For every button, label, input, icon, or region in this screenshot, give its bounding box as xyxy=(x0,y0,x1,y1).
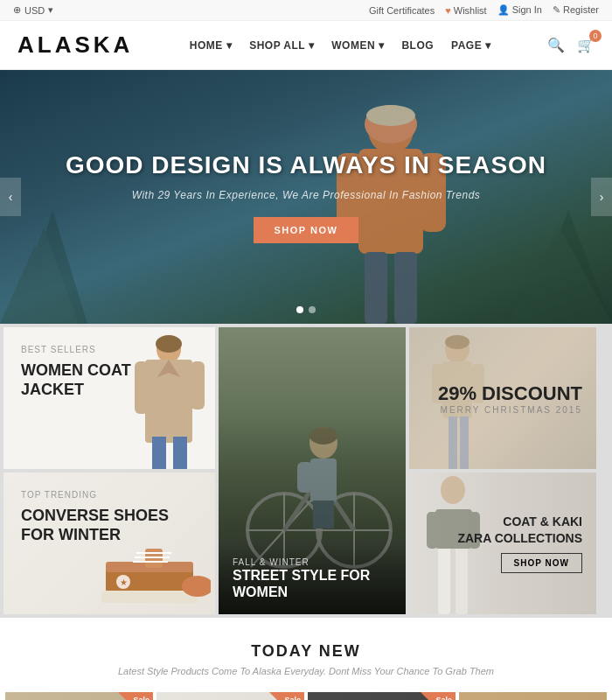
zara-text: COAT & KAKI ZARA COLLECTIONS SHOP NOW xyxy=(457,514,582,572)
globe-icon: ⊕ xyxy=(13,4,21,16)
hero-prev-button[interactable]: ‹ xyxy=(0,178,21,216)
svg-point-35 xyxy=(309,427,337,444)
today-new-title: TODAY NEW xyxy=(17,642,595,661)
hero-title: GOOD DESIGN IS ALWAYS IN SEASON xyxy=(66,150,546,180)
svg-text:★: ★ xyxy=(120,578,128,587)
svg-point-15 xyxy=(156,335,182,353)
discount-percent: 29% DISCOUNT xyxy=(438,382,582,405)
shoes-label: TOP TRENDING xyxy=(21,490,198,500)
center-title: STREET STYLE FOR WOMEN xyxy=(233,567,392,600)
svg-point-60 xyxy=(441,476,465,504)
header: ALASKA HOME ▾ SHOP ALL ▾ WOMEN ▾ BLOG PA… xyxy=(0,21,612,70)
site-logo[interactable]: ALASKA xyxy=(17,32,133,59)
discount-label: MERRY CHRISTMAS 2015 xyxy=(438,405,582,415)
svg-rect-44 xyxy=(460,416,469,469)
today-new-section: TODAY NEW Latest Style Products Come To … xyxy=(0,618,612,692)
svg-rect-12 xyxy=(365,252,387,324)
currency-selector[interactable]: ⊕ USD ▾ xyxy=(13,4,53,16)
hero-cta-button[interactable]: SHOP NOW xyxy=(254,217,359,243)
zara-shop-button[interactable]: SHOP NOW xyxy=(501,553,582,573)
hero-content: GOOD DESIGN IS ALWAYS IN SEASON With 29 … xyxy=(66,150,546,243)
cart-badge: 0 xyxy=(589,30,602,42)
nav-shop-all[interactable]: SHOP ALL ▾ xyxy=(249,39,314,52)
svg-rect-61 xyxy=(427,512,438,549)
svg-rect-39 xyxy=(313,500,323,528)
signin-link[interactable]: 👤 Sign In xyxy=(497,4,542,16)
grid-cell-zara[interactable]: COAT & KAKI ZARA COLLECTIONS SHOP NOW xyxy=(409,472,596,614)
svg-rect-13 xyxy=(394,252,417,324)
currency-label: USD xyxy=(24,5,45,16)
product-4-background xyxy=(459,692,607,700)
today-new-subtitle: Latest Style Products Come To Alaska Eve… xyxy=(17,666,595,676)
top-bar: ⊕ USD ▾ Gift Certificates ♥ Wishlist 👤 S… xyxy=(0,0,612,21)
sale-badge-3: Sale xyxy=(435,696,452,700)
sale-badge-2: Sale xyxy=(284,696,301,700)
center-sub: FALL & WINTER xyxy=(233,557,392,567)
hero-next-button[interactable]: › xyxy=(591,178,612,216)
coat-person-image xyxy=(119,333,215,469)
svg-rect-37 xyxy=(297,462,313,493)
grid-cell-coat[interactable]: BEST SELLERS WOMEN COAT & JACKET xyxy=(3,327,215,469)
pencil-icon: ✎ xyxy=(553,4,560,15)
hero-dot-1[interactable] xyxy=(296,306,303,313)
wishlist-link[interactable]: ♥ Wishlist xyxy=(445,5,486,16)
nav-page[interactable]: PAGE ▾ xyxy=(451,39,490,52)
top-bar-links: Gift Certificates ♥ Wishlist 👤 Sign In ✎… xyxy=(369,4,599,16)
hero-dot-2[interactable] xyxy=(309,306,316,313)
discount-text: 29% DISCOUNT MERRY CHRISTMAS 2015 xyxy=(438,382,582,415)
products-row: Sale Sale Sale xyxy=(0,692,612,700)
svg-rect-38 xyxy=(323,500,334,528)
svg-rect-17 xyxy=(152,437,166,469)
heart-icon: ♥ xyxy=(445,5,451,16)
main-nav: HOME ▾ SHOP ALL ▾ WOMEN ▾ BLOG PAGE ▾ xyxy=(190,39,491,52)
svg-rect-57 xyxy=(438,544,450,614)
hero-banner: GOOD DESIGN IS ALWAYS IN SEASON With 29 … xyxy=(0,70,612,324)
chevron-down-icon: ▾ xyxy=(48,4,53,16)
register-link[interactable]: ✎ Register xyxy=(553,4,599,16)
shoes-title: CONVERSE SHOES FOR WINTER xyxy=(21,507,198,544)
sale-badge-1: Sale xyxy=(133,696,150,700)
center-overlay: FALL & WINTER STREET STYLE FOR WOMEN xyxy=(219,543,406,614)
svg-rect-21 xyxy=(135,361,149,414)
grid-cell-shoes[interactable]: TOP TRENDING CONVERSE SHOES FOR WINTER ★ xyxy=(3,472,215,614)
gift-link[interactable]: Gift Certificates xyxy=(369,5,435,16)
nav-women[interactable]: WOMEN ▾ xyxy=(331,39,384,52)
svg-rect-18 xyxy=(173,437,187,469)
user-icon: 👤 xyxy=(497,4,510,15)
zara-title: COAT & KAKI ZARA COLLECTIONS xyxy=(457,514,582,545)
cart-wrapper[interactable]: 🛒 0 xyxy=(577,37,595,53)
product-card-1[interactable]: Sale xyxy=(5,692,153,700)
nav-blog[interactable]: BLOG xyxy=(401,39,434,52)
product-card-3[interactable]: Sale xyxy=(308,692,456,700)
product-card-4[interactable] xyxy=(459,692,607,700)
hero-dots xyxy=(296,306,316,313)
svg-rect-22 xyxy=(191,361,205,410)
svg-rect-49 xyxy=(101,591,198,603)
svg-point-41 xyxy=(445,335,469,349)
product-card-2[interactable]: Sale xyxy=(156,692,304,700)
grid-cell-discount[interactable]: 29% DISCOUNT MERRY CHRISTMAS 2015 xyxy=(409,327,596,469)
search-icon[interactable]: 🔍 xyxy=(547,37,565,53)
nav-home[interactable]: HOME ▾ xyxy=(190,39,232,52)
svg-rect-36 xyxy=(310,458,337,502)
hero-subtitle: With 29 Years In Experience, We Are Prof… xyxy=(66,189,546,201)
product-grid: BEST SELLERS WOMEN COAT & JACKET xyxy=(0,324,612,618)
svg-point-8 xyxy=(366,105,415,126)
grid-cell-center[interactable]: FALL & WINTER STREET STYLE FOR WOMEN xyxy=(219,327,406,614)
header-icons: 🔍 🛒 0 xyxy=(547,37,595,53)
svg-rect-43 xyxy=(449,416,457,469)
